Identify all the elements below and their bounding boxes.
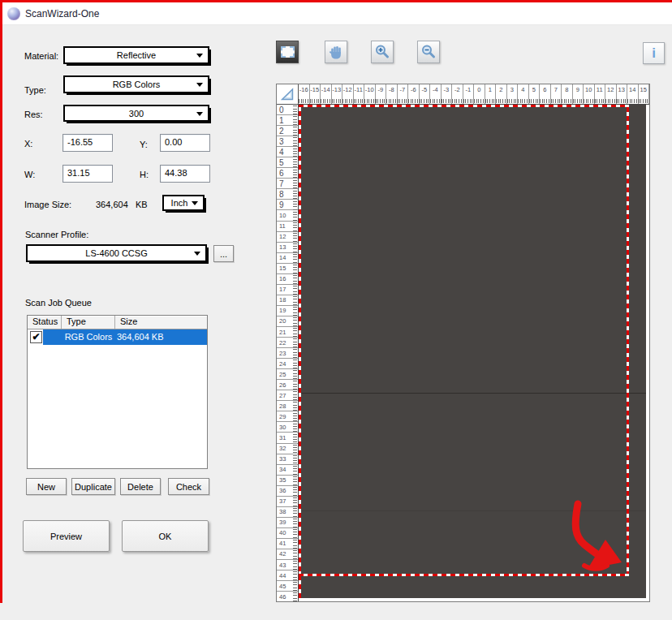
ruler-tick-label: 44 (277, 570, 299, 581)
selection-border-bottom[interactable] (299, 574, 629, 576)
row-type: RGB Colors (62, 332, 115, 342)
chevron-down-icon (192, 201, 198, 209)
selection-border-top[interactable] (299, 105, 629, 107)
material-value: Reflective (117, 50, 156, 60)
ruler-tick-label: 15 (639, 84, 650, 105)
info-button[interactable]: i (643, 42, 665, 64)
ruler-tick-label: 6 (277, 168, 299, 179)
ruler-tick-label: 28 (277, 401, 299, 411)
ruler-tick-label: 5 (529, 84, 541, 105)
ruler-tick-label: 0 (474, 84, 485, 105)
ruler-tick-label: -6 (408, 84, 420, 105)
ruler-tick-label: 1 (485, 84, 497, 105)
unit-dropdown[interactable]: Inch (162, 195, 205, 211)
chevron-down-icon (196, 112, 203, 119)
status-checkbox[interactable]: ✔ (30, 331, 42, 343)
image-size-unit: KB (136, 200, 148, 209)
ruler-tick-label: 32 (277, 444, 299, 454)
ruler-tick-label: -7 (398, 84, 409, 105)
ruler-tick-label: 25 (277, 369, 299, 380)
res-label: Res: (24, 110, 43, 119)
h-input[interactable]: 44.38 (160, 165, 210, 183)
zoom-out-tool-button[interactable] (417, 41, 440, 63)
ruler-tick-label: 17 (277, 285, 299, 295)
ruler-tick-label: -16 (299, 84, 310, 105)
ruler-tick-label: -2 (452, 84, 463, 105)
column-header-status[interactable]: Status (28, 316, 62, 329)
ruler-tick-label: 31 (277, 433, 299, 443)
annotation-border-top (0, 0, 672, 2)
pan-tool-button[interactable] (325, 41, 347, 63)
ruler-tick-label: 22 (277, 338, 299, 348)
ruler-tick-label: 13 (617, 84, 628, 105)
marquee-icon (281, 46, 295, 58)
image-size-value: 364,604 (96, 200, 128, 209)
scan-job-queue-table: Status Type Size ✔ RGB Colors 364,604 KB (27, 315, 208, 469)
zoom-in-icon (374, 44, 390, 60)
ruler-tick-label: -8 (386, 84, 398, 105)
chevron-down-icon (196, 83, 203, 90)
ruler-tick-label: 11 (277, 222, 299, 232)
scanner-profile-label: Scanner Profile: (25, 230, 88, 239)
zoom-out-icon (420, 44, 437, 60)
marquee-select-tool-button[interactable] (276, 41, 299, 63)
ruler-tick-label: 20 (277, 316, 299, 327)
ruler-tick-label: -9 (376, 84, 387, 105)
ruler-tick-label: 14 (627, 84, 639, 105)
ruler-tick-label: 2 (496, 84, 507, 105)
table-row[interactable]: ✔ RGB Colors 364,604 KB (28, 329, 207, 346)
unit-value: Inch (171, 198, 188, 208)
ruler-tick-label: 40 (277, 528, 299, 539)
ruler-tick-label: 7 (277, 179, 299, 189)
type-dropdown[interactable]: RGB Colors (63, 75, 209, 93)
ruler-tick-label: 4 (277, 147, 299, 157)
scan-preview-canvas[interactable] (299, 105, 649, 601)
selection-border-left[interactable] (299, 105, 301, 598)
x-input[interactable]: -16.55 (62, 134, 113, 152)
ruler-tick-label: 8 (562, 84, 573, 105)
fold-line (299, 393, 646, 394)
zoom-in-tool-button[interactable] (371, 41, 394, 63)
chevron-down-icon (196, 54, 203, 61)
window-title: ScanWizard-One (25, 8, 99, 19)
ruler-tick-label: 12 (605, 84, 617, 105)
image-size-label: Image Size: (24, 200, 71, 209)
ruler-tick-label: 33 (277, 454, 299, 465)
chevron-down-icon (194, 252, 200, 259)
queue-header-row: Status Type Size (28, 316, 207, 329)
ruler-tick-label: 11 (595, 84, 606, 105)
material-dropdown[interactable]: Reflective (63, 46, 209, 64)
ok-button[interactable]: OK (122, 520, 209, 552)
ruler-tick-label: -10 (364, 84, 376, 105)
scan-job-queue-label: Scan Job Queue (25, 298, 92, 308)
w-input[interactable]: 31.15 (62, 165, 113, 183)
column-header-size[interactable]: Size (115, 316, 207, 329)
ruler-tick-label: 18 (277, 295, 299, 306)
y-input[interactable]: 0.00 (160, 134, 210, 152)
column-header-type[interactable]: Type (62, 316, 115, 329)
check-button[interactable]: Check (168, 478, 209, 495)
ruler-corner-button[interactable] (277, 84, 299, 105)
new-button[interactable]: New (26, 478, 67, 495)
ruler-tick-label: 35 (277, 476, 299, 486)
ruler-tick-label: 8 (277, 189, 299, 200)
ruler-tick-label: 13 (277, 243, 299, 253)
ruler-tick-label: 23 (277, 348, 299, 359)
res-dropdown[interactable]: 300 (63, 105, 209, 122)
ruler-tick-label: 1 (277, 115, 299, 126)
preview-pane: -16-15-14-13-12-11-10-9-8-7-6-5-4-3-2-10… (276, 84, 650, 602)
delete-button[interactable]: Delete (120, 478, 161, 495)
duplicate-button[interactable]: Duplicate (71, 478, 115, 495)
row-size: 364,604 KB (117, 332, 164, 342)
ruler-tick-label: 2 (277, 126, 299, 136)
ruler-tick-label: 41 (277, 539, 299, 549)
ruler-tick-label: -4 (430, 84, 442, 105)
ruler-tick-label: -13 (332, 84, 343, 105)
ruler-tick-label: -3 (442, 84, 453, 105)
ruler-tick-label: 43 (277, 560, 299, 570)
browse-profile-button[interactable]: ... (213, 245, 234, 262)
scanner-profile-dropdown[interactable]: LS-4600 CCSG (26, 244, 207, 262)
w-label: W: (24, 170, 35, 179)
preview-button[interactable]: Preview (23, 520, 110, 552)
ruler-tick-label: 46 (277, 592, 299, 601)
